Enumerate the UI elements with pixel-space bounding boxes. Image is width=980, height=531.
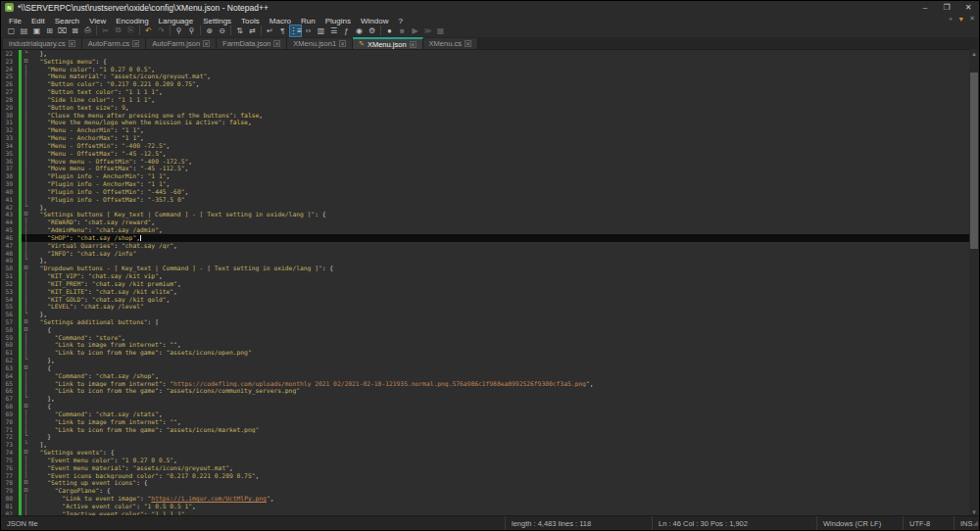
line-text[interactable]: "Button text color": "1 1 1 1", <box>30 88 979 96</box>
code-line-28[interactable]: 28│ "Side line color": "1 1 1 1", <box>1 96 979 104</box>
line-text[interactable]: "CargoPlane": { <box>30 487 979 495</box>
code-line-30[interactable]: 30│ "Close the menu after pressing one o… <box>1 112 979 120</box>
restore-button[interactable]: ❐ <box>936 1 957 14</box>
word-wrap-button[interactable]: ↵ <box>264 24 276 37</box>
code-line-49[interactable]: 49└ }, <box>1 257 979 265</box>
code-line-39[interactable]: 39│ "Plugin info - AnchorMax": "1 1", <box>1 180 979 188</box>
tab-close-icon[interactable]: ✕ <box>465 40 471 47</box>
line-text[interactable]: "Menu material": "assets/icons/greyout.m… <box>30 72 979 80</box>
sync-vertical-button[interactable]: ⇅ <box>233 24 246 37</box>
tab-close-icon[interactable]: ✕ <box>339 40 346 47</box>
code-line-68[interactable]: 68⊟ { <box>1 403 979 410</box>
add-icon[interactable]: + <box>949 16 953 23</box>
status-insert-mode[interactable]: INS ◢ <box>954 516 980 530</box>
line-text[interactable]: "Link to event image": "https://i.imgur.… <box>30 495 979 503</box>
line-text[interactable]: "Virtual Quarries": "chat.say /qr", <box>30 242 979 250</box>
line-text[interactable]: "LEVEL": "chat.say /level" <box>30 303 979 311</box>
line-text[interactable]: "KIT_ELITE": "chat.say /kit elite", <box>30 288 979 296</box>
code-line-38[interactable]: 38│ "Plugin info - AnchorMin": "1 1", <box>1 172 979 180</box>
code-line-33[interactable]: 33│ "Menu - AnchorMax": "1 1", <box>1 134 979 142</box>
line-text[interactable]: "REWARD": "chat.say /reward", <box>30 218 979 226</box>
monitoring-button[interactable]: ◉ <box>353 24 366 37</box>
new-file-button[interactable]: ▢ <box>5 24 18 37</box>
copy-button[interactable]: ⧉ <box>112 24 124 37</box>
code-line-32[interactable]: 32│ "Menu - AnchorMin": "1 1", <box>1 126 979 134</box>
code-line-50[interactable]: 50⊟ "Dropdown buttons - [ Key_text | Com… <box>1 265 979 272</box>
plugins-button[interactable]: ⚙ <box>366 24 378 37</box>
code-line-75[interactable]: 75│ "Event menu color": "1 0.27 0 0.5", <box>1 457 979 464</box>
code-line-55[interactable]: 55│ "LEVEL": "chat.say /level" <box>1 303 979 311</box>
code-line-40[interactable]: 40│ "Plugin info - OffsetMin": "-445 -60… <box>1 188 979 196</box>
code-line-62[interactable]: 62└ }, <box>1 357 979 364</box>
code-line-59[interactable]: 59│ "Command": "store", <box>1 334 979 342</box>
line-text[interactable]: "Event menu material": "assets/icons/gre… <box>30 464 979 472</box>
line-text[interactable]: "Move the menu/logo when the mission is … <box>30 119 979 126</box>
tab-autofarm-json[interactable]: AutoFarm.json✕ <box>146 38 217 49</box>
code-line-60[interactable]: 60│ "Link to image from internet": "", <box>1 341 979 349</box>
zoom-in-button[interactable]: ⊕ <box>203 24 216 37</box>
tab-close-icon[interactable]: ✕ <box>69 40 75 47</box>
line-text[interactable]: "Close the menu after pressing one of th… <box>30 112 979 120</box>
save-button[interactable]: ▣ <box>30 24 43 37</box>
code-line-45[interactable]: 45│ "AdminMenu": "chat.say /admin", <box>1 226 979 234</box>
line-text[interactable]: "Command": "store", <box>30 334 979 342</box>
dropdown-icon[interactable]: ▼ <box>957 16 964 23</box>
tab-close-icon[interactable]: ✕ <box>132 40 139 47</box>
line-text[interactable]: "Settings additional buttons": [ <box>30 318 979 326</box>
code-line-46[interactable]: 46│ "SHOP": "chat.say /shop", <box>1 234 979 242</box>
code-line-79[interactable]: 79⊟ "CargoPlane": { <box>1 487 979 495</box>
code-line-67[interactable]: 67└ }, <box>1 395 979 403</box>
minimize-button[interactable]: – <box>914 1 936 14</box>
open-file-button[interactable]: ▤ <box>18 24 30 37</box>
close-window-button[interactable]: ✕ <box>957 1 979 14</box>
doc-list-button[interactable]: ☰ <box>327 24 340 37</box>
macro-record-button[interactable]: ● <box>383 24 396 37</box>
line-text[interactable]: { <box>30 403 979 410</box>
code-line-78[interactable]: 78⊟ "Setting up event icons": { <box>1 479 979 487</box>
tab-industrialquary-cs[interactable]: industrialquary.cs✕ <box>3 38 82 49</box>
sync-horizontal-button[interactable]: ⇄ <box>246 24 259 37</box>
line-text[interactable]: "Setting up event icons": { <box>30 479 979 487</box>
line-text[interactable]: "Link to image from internet": "", <box>30 341 979 349</box>
tab-close-icon[interactable]: ✕ <box>203 40 210 47</box>
line-text[interactable]: "Plugin info - AnchorMax": "1 1", <box>30 180 979 188</box>
code-line-54[interactable]: 54│ "KIT_GOLD": "chat.say /kit gold", <box>1 296 979 304</box>
find-button[interactable]: ⚲ <box>172 24 185 37</box>
print-button[interactable]: ⎙ <box>81 24 94 37</box>
line-text[interactable]: "INFO": "chat.say /info" <box>30 250 979 258</box>
code-line-74[interactable]: 74⊟ "Settings events": { <box>1 449 979 457</box>
code-line-48[interactable]: 48│ "INFO": "chat.say /info" <box>1 250 979 258</box>
line-text[interactable]: }, <box>30 395 979 403</box>
code-editor[interactable]: 22└ },23⊟ "Settings menu": {24│ "Menu co… <box>1 49 979 517</box>
tab-xmenu-json[interactable]: ✎XMenu.json✕ <box>353 37 422 49</box>
undo-button[interactable]: ↶ <box>142 24 155 37</box>
line-text[interactable]: "Event menu color": "1 0.27 0 0.5", <box>30 457 979 464</box>
code-line-66[interactable]: 66│ "Link to icon from the game": "asset… <box>1 387 979 395</box>
code-line-44[interactable]: 44│ "REWARD": "chat.say /reward", <box>1 218 979 226</box>
line-text[interactable]: "Link to image from internet": "", <box>30 418 979 426</box>
line-text[interactable]: } <box>30 433 979 441</box>
line-text[interactable]: "KIT_GOLD": "chat.say /kit gold", <box>30 296 979 304</box>
close-button[interactable]: ⌧ <box>56 24 69 37</box>
line-text[interactable]: "Side line color": "1 1 1 1", <box>30 96 979 104</box>
scrollbar-thumb[interactable] <box>970 72 978 249</box>
code-line-81[interactable]: 81│ "Active event color": "1 0.5 0.5 1", <box>1 503 979 510</box>
code-line-47[interactable]: 47│ "Virtual Quarries": "chat.say /qr", <box>1 242 979 250</box>
code-line-23[interactable]: 23⊟ "Settings menu": { <box>1 58 979 66</box>
line-text[interactable]: }, <box>30 357 979 364</box>
code-line-43[interactable]: 43⊟ "Settings buttons [ Key_text | Comma… <box>1 211 979 218</box>
line-text[interactable]: "Link to icon from the game": "assets/ic… <box>30 426 979 434</box>
code-line-34[interactable]: 34│ "Menu - OffsetMin": "-400 -72.5", <box>1 142 979 150</box>
line-text[interactable]: "KIT_PREM": "chat.say /kit premium", <box>30 280 979 288</box>
vertical-scrollbar[interactable]: ▲ ▼ <box>969 49 979 517</box>
code-line-56[interactable]: 56└ }, <box>1 311 979 318</box>
tab-close-icon[interactable]: ✕ <box>410 41 416 48</box>
line-text[interactable]: "Settings menu": { <box>30 58 979 66</box>
line-text[interactable]: "Menu - OffsetMin": "-400 -72.5", <box>30 142 979 150</box>
close-small-icon[interactable]: ✕ <box>969 15 975 23</box>
code-line-42[interactable]: 42└ }, <box>1 204 979 212</box>
tab-xmenu-json1[interactable]: XMenu.json1✕ <box>287 38 353 49</box>
save-all-button[interactable]: ⊞ <box>43 24 56 37</box>
code-line-64[interactable]: 64│ "Command": "chat.say /shop", <box>1 372 979 380</box>
line-text[interactable]: ], <box>30 441 979 449</box>
